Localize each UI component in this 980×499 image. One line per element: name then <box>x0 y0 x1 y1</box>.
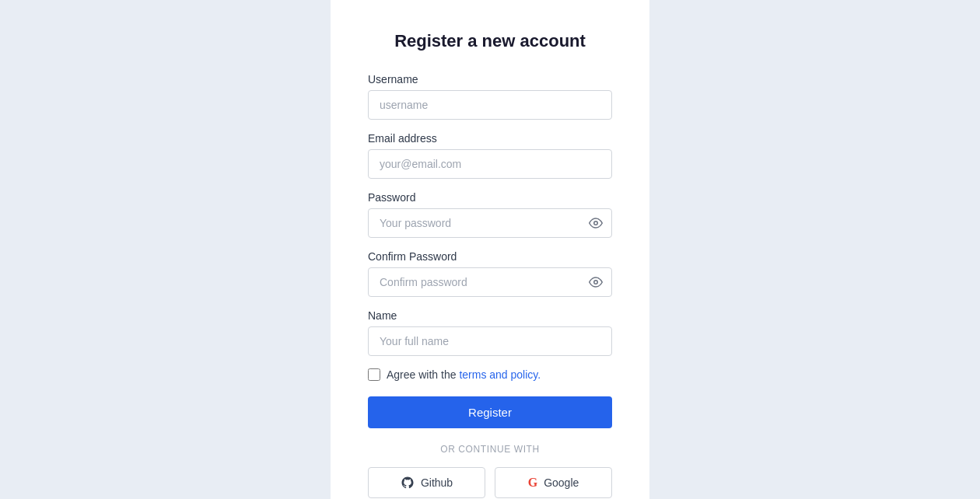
github-button[interactable]: Github <box>368 467 485 498</box>
username-label: Username <box>368 73 612 85</box>
email-input[interactable] <box>368 149 612 179</box>
email-group: Email address <box>368 132 612 179</box>
confirm-password-input-wrapper <box>368 267 612 297</box>
page-wrapper: Register a new account Username Email ad… <box>0 0 980 499</box>
password-toggle-icon[interactable] <box>589 216 603 230</box>
username-group: Username <box>368 73 612 120</box>
svg-point-1 <box>594 281 598 284</box>
terms-text: Agree with the terms and policy. <box>387 368 541 381</box>
svg-point-0 <box>594 222 598 225</box>
confirm-password-toggle-icon[interactable] <box>589 275 603 289</box>
password-group: Password <box>368 191 612 238</box>
name-label: Name <box>368 309 612 322</box>
name-input[interactable] <box>368 326 612 356</box>
email-label: Email address <box>368 132 612 145</box>
confirm-password-input[interactable] <box>368 267 612 297</box>
social-buttons-row: Github G Google <box>368 467 612 498</box>
google-icon: G <box>528 476 537 490</box>
name-group: Name <box>368 309 612 356</box>
github-button-label: Github <box>421 476 453 489</box>
terms-link[interactable]: terms and policy. <box>459 368 541 381</box>
password-input[interactable] <box>368 208 612 238</box>
username-input[interactable] <box>368 90 612 120</box>
checkbox-static-text: Agree with the <box>387 368 459 381</box>
divider: OR CONTINUE WITH <box>368 444 612 455</box>
confirm-password-group: Confirm Password <box>368 250 612 297</box>
terms-row: Agree with the terms and policy. <box>368 368 612 381</box>
password-label: Password <box>368 191 612 204</box>
password-input-wrapper <box>368 208 612 238</box>
page-title: Register a new account <box>368 31 612 51</box>
terms-checkbox[interactable] <box>368 368 380 381</box>
github-icon <box>401 476 415 490</box>
confirm-password-label: Confirm Password <box>368 250 612 263</box>
register-card: Register a new account Username Email ad… <box>331 0 649 499</box>
google-button-label: Google <box>544 476 579 489</box>
register-button[interactable]: Register <box>368 396 612 428</box>
google-button[interactable]: G Google <box>495 467 612 498</box>
